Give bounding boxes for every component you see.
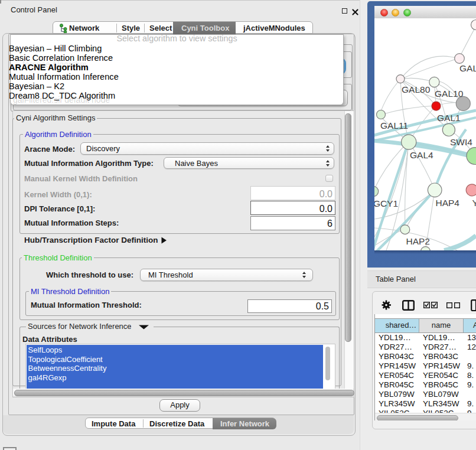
svg-text:GAL80: GAL80: [402, 84, 431, 94]
svg-text:GAL10: GAL10: [435, 89, 464, 99]
svg-text:HAP4: HAP4: [436, 198, 460, 208]
svg-text:HAP2: HAP2: [406, 236, 431, 246]
svg-text:GAL11: GAL11: [380, 120, 408, 131]
svg-text:Y: Y: [472, 198, 476, 208]
svg-text:SWI4: SWI4: [450, 137, 472, 147]
svg-text:GAL4: GAL4: [410, 150, 433, 160]
svg-text:GAL1: GAL1: [437, 113, 461, 123]
svg-text:GCY1: GCY1: [374, 198, 398, 208]
svg-text:GAL2: GAL2: [459, 63, 476, 73]
